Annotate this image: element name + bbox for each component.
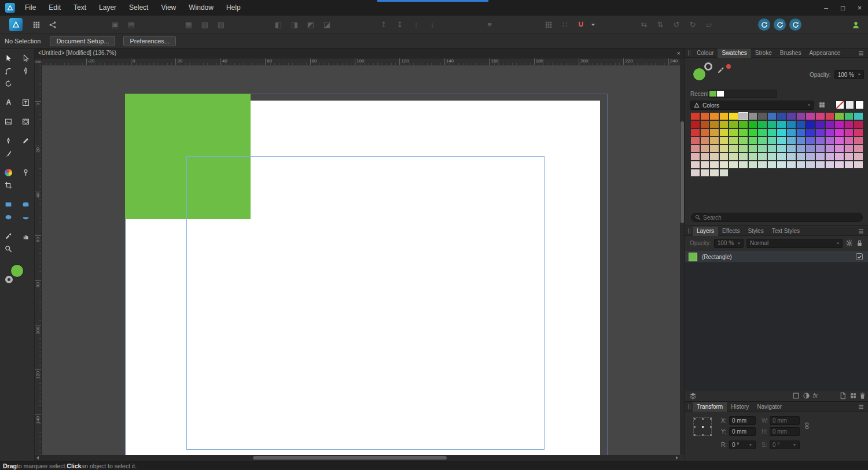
insert-inside-icon[interactable]: ◩ bbox=[303, 18, 318, 32]
palette-swatch[interactable] bbox=[816, 145, 825, 152]
document-setup-button[interactable]: Document Setup... bbox=[50, 36, 115, 46]
anchor-point[interactable] bbox=[710, 434, 712, 436]
palette-swatch[interactable] bbox=[806, 153, 815, 160]
palette-swatch[interactable] bbox=[758, 137, 767, 144]
palette-swatch[interactable] bbox=[691, 137, 700, 144]
picture-frame-ellipse-tool[interactable] bbox=[17, 115, 35, 128]
palette-swatch[interactable] bbox=[758, 113, 767, 120]
palette-swatch[interactable] bbox=[710, 153, 719, 160]
layer-effects-icon[interactable]: fx bbox=[813, 392, 818, 399]
transform-field-input[interactable]: 0 ° bbox=[729, 441, 756, 449]
palette-swatch[interactable] bbox=[854, 129, 863, 136]
palette-swatch[interactable] bbox=[854, 161, 863, 168]
rotate-tool[interactable] bbox=[0, 77, 17, 90]
snapping-presets-icon[interactable] bbox=[541, 18, 556, 32]
opacity-dropdown[interactable]: 100 % bbox=[834, 70, 864, 79]
palette-swatch[interactable] bbox=[845, 161, 854, 168]
palette-swatch[interactable] bbox=[710, 137, 719, 144]
transform-field-input[interactable]: 0 mm bbox=[729, 427, 756, 436]
palette-swatch[interactable] bbox=[720, 145, 729, 152]
recent-swatch[interactable] bbox=[709, 91, 716, 97]
palette-swatch[interactable] bbox=[691, 129, 700, 136]
persona-designer-icon[interactable] bbox=[774, 18, 786, 31]
publisher-persona-icon[interactable] bbox=[9, 18, 23, 31]
palette-swatch[interactable] bbox=[749, 121, 757, 128]
palette-swatch[interactable] bbox=[797, 121, 806, 128]
layer-thumbnail[interactable] bbox=[689, 253, 697, 261]
palette-swatch[interactable] bbox=[787, 161, 796, 168]
palette-swatch[interactable] bbox=[777, 121, 786, 128]
vector-brush-tool[interactable] bbox=[0, 147, 17, 160]
palette-swatch[interactable] bbox=[845, 121, 854, 128]
palette-swatch[interactable] bbox=[720, 121, 729, 128]
palette-swatch[interactable] bbox=[768, 145, 777, 152]
palette-swatch[interactable] bbox=[854, 113, 863, 120]
palette-swatch[interactable] bbox=[749, 129, 757, 136]
palette-swatch[interactable] bbox=[816, 153, 825, 160]
document-close-icon[interactable]: × bbox=[677, 49, 681, 58]
palette-swatch[interactable] bbox=[739, 113, 748, 120]
palette-swatch[interactable] bbox=[816, 121, 825, 128]
palette-swatch[interactable] bbox=[787, 153, 796, 160]
share-icon[interactable] bbox=[45, 18, 60, 32]
ellipse-tool[interactable] bbox=[0, 210, 17, 223]
palette-swatch[interactable] bbox=[710, 145, 719, 152]
stroke-swatch-circle[interactable] bbox=[704, 62, 712, 71]
palette-swatch[interactable] bbox=[710, 129, 719, 136]
rounded-rectangle-tool[interactable] bbox=[17, 198, 35, 210]
palette-swatch[interactable] bbox=[787, 113, 796, 120]
anchor-point[interactable] bbox=[710, 426, 712, 428]
palette-swatch[interactable] bbox=[729, 113, 738, 120]
palette-swatch[interactable] bbox=[777, 145, 786, 152]
palette-swatch[interactable] bbox=[787, 137, 796, 144]
palette-swatch[interactable] bbox=[749, 153, 757, 160]
adjustment-layer-icon[interactable] bbox=[803, 392, 810, 399]
vertical-scrollbar-thumb[interactable] bbox=[681, 121, 684, 223]
palette-swatch[interactable] bbox=[826, 129, 834, 136]
insert-in-front-icon[interactable]: ◨ bbox=[287, 18, 302, 32]
panel-grip-icon[interactable] bbox=[688, 228, 690, 234]
palette-swatch[interactable] bbox=[806, 129, 815, 136]
palette-swatch[interactable] bbox=[797, 145, 806, 152]
palette-swatch[interactable] bbox=[835, 145, 844, 152]
picture-frame-rectangle-tool[interactable] bbox=[0, 115, 17, 128]
palette-swatch[interactable] bbox=[835, 161, 844, 168]
palette-swatch[interactable] bbox=[749, 145, 757, 152]
artistic-text-tool[interactable]: A bbox=[0, 96, 17, 109]
palette-swatch[interactable] bbox=[691, 113, 700, 120]
transform-field-input[interactable]: 0 mm bbox=[770, 427, 800, 436]
picked-colour-dot[interactable] bbox=[726, 64, 731, 69]
menu-edit[interactable]: Edit bbox=[42, 0, 67, 16]
layers-stack-icon[interactable] bbox=[689, 392, 697, 399]
palette-swatch[interactable] bbox=[691, 121, 700, 128]
palette-swatch[interactable] bbox=[845, 145, 854, 152]
palette-swatch[interactable] bbox=[777, 113, 786, 120]
palette-swatch[interactable] bbox=[749, 161, 757, 168]
palette-swatch[interactable] bbox=[739, 161, 748, 168]
view-tool[interactable] bbox=[17, 230, 35, 242]
palette-swatch[interactable] bbox=[691, 145, 700, 152]
fill-stroke-indicator[interactable] bbox=[0, 263, 34, 292]
palette-swatch[interactable] bbox=[758, 129, 767, 136]
palette-swatch[interactable] bbox=[691, 169, 700, 176]
snapping-options-caret-icon[interactable] bbox=[590, 18, 597, 32]
fill-color-circle[interactable] bbox=[10, 264, 24, 277]
palette-swatch[interactable] bbox=[710, 121, 719, 128]
palette-swatch[interactable] bbox=[826, 153, 834, 160]
palette-swatch[interactable] bbox=[729, 129, 738, 136]
palette-swatch[interactable] bbox=[845, 153, 854, 160]
palette-swatch[interactable] bbox=[720, 153, 729, 160]
palette-swatch[interactable] bbox=[739, 129, 748, 136]
rectangle-tool[interactable] bbox=[0, 198, 17, 210]
swatches-tab-brushes[interactable]: Brushes bbox=[776, 49, 806, 58]
palette-swatch[interactable] bbox=[835, 153, 844, 160]
palette-swatch[interactable] bbox=[806, 161, 815, 168]
colour-picker-icon[interactable] bbox=[717, 66, 724, 74]
lock-icon[interactable] bbox=[856, 239, 863, 247]
panel-grip-icon[interactable] bbox=[688, 404, 690, 409]
palette-swatch[interactable] bbox=[826, 113, 834, 120]
zoom-tool[interactable] bbox=[0, 242, 17, 255]
document-tab[interactable]: <Untitled> [Modified] (136.7%) bbox=[38, 49, 116, 58]
snap-guides-icon[interactable]: ▧ bbox=[197, 18, 212, 32]
palette-swatch[interactable] bbox=[729, 161, 738, 168]
